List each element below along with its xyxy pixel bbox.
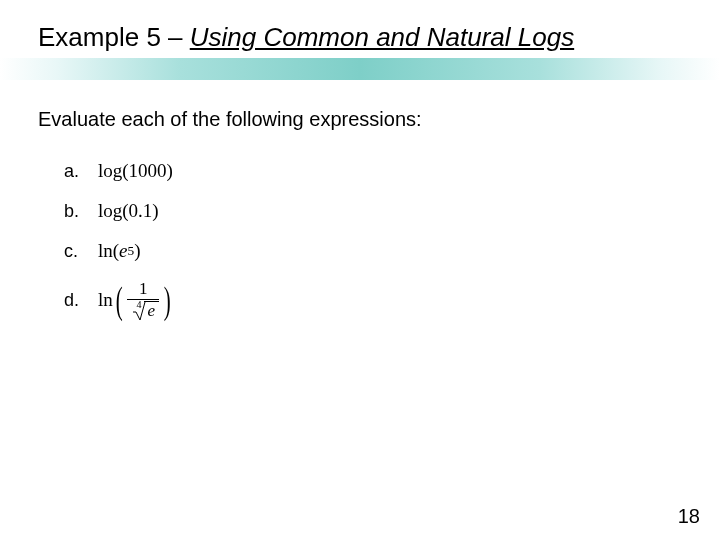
- slide-title: Example 5 – Using Common and Natural Log…: [38, 22, 574, 53]
- title-banner-gradient: [0, 58, 720, 80]
- list-item: b. log(0.1): [64, 200, 174, 222]
- list-item: a. log(1000): [64, 160, 174, 182]
- fn-name: log: [98, 160, 122, 182]
- nth-root: 4 e: [129, 301, 159, 321]
- fn-name: ln: [98, 240, 113, 262]
- fn-name: ln: [98, 289, 113, 311]
- close-paren-icon: ): [164, 283, 171, 317]
- title-emphasis: Using Common and Natural Logs: [190, 22, 574, 52]
- radicand: e: [144, 301, 159, 321]
- list-item: d. ln ( 1 4 e ): [64, 280, 174, 321]
- fraction: 1 4 e: [127, 280, 159, 321]
- page-number: 18: [678, 505, 700, 528]
- eulers-e: e: [147, 301, 155, 320]
- fn-arg: 1000: [129, 160, 167, 182]
- fn-name: log: [98, 200, 122, 222]
- fn-arg: 0.1: [129, 200, 153, 222]
- title-banner: Example 5 – Using Common and Natural Log…: [0, 20, 720, 80]
- expression: ln(e5): [98, 240, 141, 262]
- instruction-text: Evaluate each of the following expressio…: [38, 108, 422, 131]
- list-item: c. ln(e5): [64, 240, 174, 262]
- expression: log(0.1): [98, 200, 159, 222]
- title-prefix: Example 5 –: [38, 22, 190, 52]
- eulers-e: e: [119, 240, 127, 262]
- expression: ln ( 1 4 e ): [98, 280, 174, 321]
- item-label: a.: [64, 161, 98, 182]
- item-label: d.: [64, 290, 98, 311]
- item-label: b.: [64, 201, 98, 222]
- item-label: c.: [64, 241, 98, 262]
- expression: log(1000): [98, 160, 173, 182]
- open-paren-icon: (: [116, 283, 123, 317]
- root-index: 4: [136, 300, 141, 311]
- fraction-numerator: 1: [139, 280, 148, 298]
- expression-list: a. log(1000) b. log(0.1) c. ln(e5) d. ln…: [64, 160, 174, 339]
- fraction-bar: [127, 299, 159, 300]
